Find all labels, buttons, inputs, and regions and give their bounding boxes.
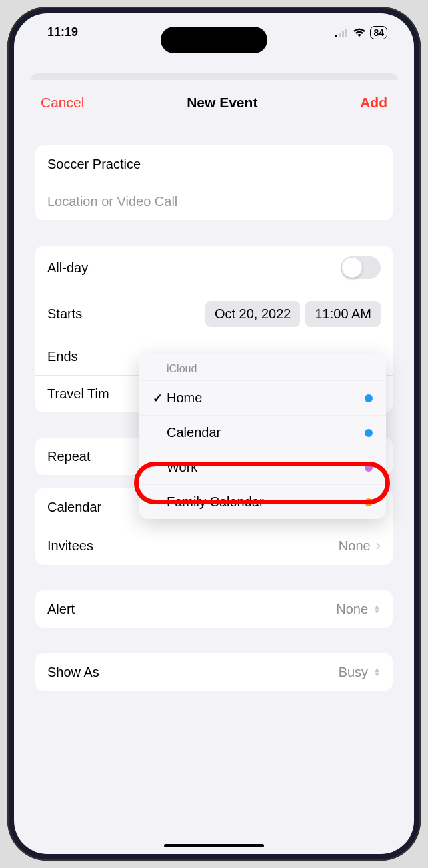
svg-rect-2 [342,31,344,37]
invitees-row[interactable]: Invitees None › [35,526,393,565]
svg-rect-3 [345,29,347,37]
invitees-label: Invitees [47,538,93,554]
travel-time-label: Travel Tim [47,386,109,402]
alert-row[interactable]: Alert None ▲▼ [35,590,393,628]
starts-label: Starts [47,306,82,322]
popover-item-label: Family Calendar [167,494,365,510]
add-button[interactable]: Add [360,95,387,111]
showas-value-wrap: Busy ▲▼ [339,665,381,680]
location-row[interactable] [35,183,393,220]
popover-section-header: iCloud [139,354,386,380]
status-right: 84 [335,26,387,39]
allday-toggle[interactable] [341,256,381,279]
dynamic-island [161,27,267,53]
signal-icon [335,28,349,37]
calendar-color-dot [365,464,373,472]
title-input[interactable] [47,157,381,172]
popover-item-label: Calendar [167,425,365,440]
starts-date-pill[interactable]: Oct 20, 2022 [205,301,301,327]
updown-icon: ▲▼ [373,667,381,677]
modal-nav: Cancel New Event Add [22,80,406,125]
updown-icon: ▲▼ [373,604,381,614]
calendar-picker-popover: iCloud ✓ Home Calendar Work [139,354,386,519]
invitees-value: None [339,538,371,554]
modal-title: New Event [187,95,257,111]
popover-item-calendar[interactable]: Calendar [139,415,386,450]
showas-card: Show As Busy ▲▼ [35,653,393,691]
starts-row[interactable]: Starts Oct 20, 2022 11:00 AM [35,290,393,338]
title-location-card [35,145,393,220]
chevron-right-icon: › [376,537,381,554]
phone-frame: 11:19 84 Cancel New Event Add [7,7,421,861]
battery-icon: 84 [370,26,387,39]
screen: 11:19 84 Cancel New Event Add [14,13,414,854]
starts-time-pill[interactable]: 11:00 AM [305,301,381,327]
allday-label: All-day [47,260,88,276]
repeat-label: Repeat [47,449,91,464]
status-time: 11:19 [47,25,78,39]
svg-rect-1 [339,33,341,37]
check-icon: ✓ [148,391,167,406]
new-event-modal: Cancel New Event Add All-day [22,80,406,847]
alert-value: None [336,602,368,617]
invitees-value-wrap: None › [339,537,381,554]
popover-item-label: Home [167,390,365,406]
showas-label: Show As [47,665,99,680]
popover-item-home[interactable]: ✓ Home [139,380,386,415]
calendar-color-dot [365,394,373,402]
alert-label: Alert [47,602,75,617]
allday-row: All-day [35,246,393,290]
showas-value: Busy [339,665,368,680]
wifi-icon [353,28,366,37]
calendar-color-dot [365,498,373,506]
cancel-button[interactable]: Cancel [41,95,84,111]
popover-item-work[interactable]: Work [139,450,386,484]
calendar-label: Calendar [47,500,101,515]
calendar-color-dot [365,429,373,437]
svg-rect-0 [335,35,337,37]
home-indicator[interactable] [164,844,264,847]
alert-card: Alert None ▲▼ [35,590,393,628]
location-input[interactable] [47,194,381,209]
popover-item-family-calendar[interactable]: Family Calendar [139,484,386,519]
title-row[interactable] [35,145,393,183]
ends-label: Ends [47,349,78,364]
showas-row[interactable]: Show As Busy ▲▼ [35,653,393,691]
alert-value-wrap: None ▲▼ [336,602,381,617]
popover-item-label: Work [167,460,365,475]
